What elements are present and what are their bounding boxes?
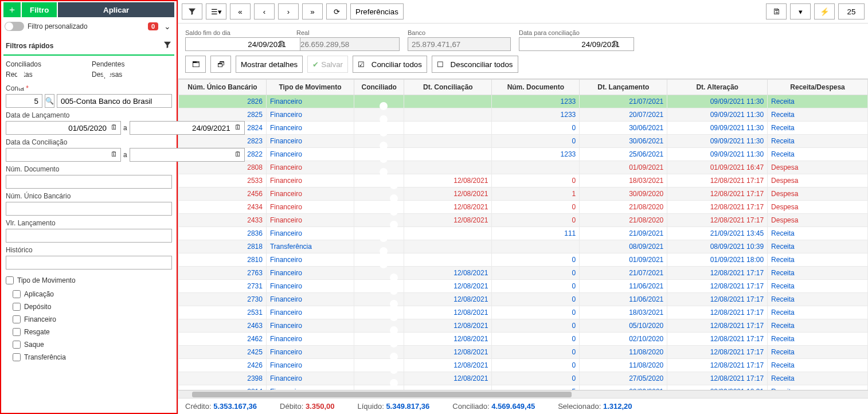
table-row[interactable]: 2456Financeiro12/08/2021130/09/202012/08… bbox=[179, 188, 868, 201]
add-button[interactable]: ＋ bbox=[3, 2, 21, 17]
hist-input[interactable] bbox=[6, 256, 172, 270]
table-row[interactable]: 2814Financeiro502/09/202102/09/2021 10:3… bbox=[179, 385, 868, 390]
table-row[interactable]: 2463Financeiro12/08/2021005/10/202012/08… bbox=[179, 319, 868, 333]
action-icon-1[interactable]: 🗔 bbox=[185, 56, 206, 73]
mov-option-label: Resgate bbox=[24, 328, 50, 336]
table-row[interactable]: 2398Financeiro12/08/2021027/05/202012/08… bbox=[179, 372, 868, 385]
mov-option-checkbox[interactable] bbox=[13, 303, 21, 311]
column-header[interactable]: Núm. Único Bancário bbox=[179, 80, 267, 95]
refresh-button[interactable]: ⟳ bbox=[326, 3, 347, 19]
action-bar: 🗔 🗗 Mostrar detalhes ✔Salvar ☑ Conciliar… bbox=[178, 56, 868, 79]
vlr-label: Vlr. Lançamento bbox=[6, 219, 172, 227]
column-header[interactable]: Núm. Documento bbox=[492, 80, 580, 95]
mov-option[interactable]: Saque bbox=[6, 338, 172, 351]
column-header[interactable]: Tipo de Movimento bbox=[266, 80, 354, 95]
dt-lanc-from-input[interactable] bbox=[6, 121, 121, 135]
totals-footer: Crédito: 5.353.167,36 Débito: 3.350,00 L… bbox=[178, 398, 868, 414]
table-row[interactable]: 2818Transferência08/09/202108/09/2021 10… bbox=[179, 240, 868, 253]
grid-wrapper[interactable]: Núm. Único BancárioTipo de MovimentoConc… bbox=[178, 79, 868, 390]
salvar-button[interactable]: ✔Salvar bbox=[307, 56, 348, 73]
mov-option-checkbox[interactable] bbox=[13, 290, 21, 298]
nav-prev-button[interactable]: ‹ bbox=[254, 3, 275, 19]
dt-para-input[interactable] bbox=[519, 37, 634, 51]
custom-filter-count: 0 bbox=[148, 22, 158, 30]
mov-option-checkbox[interactable] bbox=[13, 341, 21, 349]
aplicar-button[interactable]: Aplicar bbox=[58, 2, 174, 17]
table-row[interactable]: 2434Financeiro12/08/2021021/08/202012/08… bbox=[179, 201, 868, 214]
dt-conc-from-input[interactable] bbox=[6, 148, 121, 162]
table-row[interactable]: 2426Financeiro12/08/2021011/08/202012/08… bbox=[179, 359, 868, 372]
export-dropdown-button[interactable]: ▾ bbox=[790, 3, 811, 19]
table-row[interactable]: 2533Financeiro12/08/2021018/03/202112/08… bbox=[179, 174, 868, 188]
funnel-icon[interactable] bbox=[163, 40, 172, 51]
table-row[interactable]: 2763Financeiro12/08/2021021/07/202112/08… bbox=[179, 267, 868, 280]
mov-option-checkbox[interactable] bbox=[13, 353, 21, 361]
mov-option[interactable]: Aplicação bbox=[6, 288, 172, 300]
search-icon[interactable]: 🔍 bbox=[45, 94, 54, 108]
table-row[interactable]: 2824Financeiro030/06/202109/09/2021 11:3… bbox=[179, 122, 868, 135]
conciliado-value: 4.569.649,45 bbox=[491, 402, 535, 411]
table-row[interactable]: 2730Financeiro12/08/2021011/06/202112/08… bbox=[179, 293, 868, 306]
selecionado-label: Selecionado: bbox=[558, 402, 601, 411]
page-size-input[interactable]: 25 bbox=[838, 3, 865, 19]
list-view-button[interactable]: ☰▾ bbox=[206, 3, 226, 19]
table-row[interactable]: 2531Financeiro12/08/2021018/03/202112/08… bbox=[179, 306, 868, 319]
table-row[interactable]: 2731Financeiro12/08/2021011/06/202112/08… bbox=[179, 280, 868, 293]
export-button[interactable]: 🖺 bbox=[766, 3, 787, 19]
mov-option[interactable]: Resgate bbox=[6, 326, 172, 338]
column-header[interactable]: Dt. Lançamento bbox=[580, 80, 667, 95]
dt-conc-to-input[interactable] bbox=[130, 148, 245, 162]
column-header[interactable]: Conciliado bbox=[354, 80, 404, 95]
table-row[interactable]: 2826Financeiro123321/07/202109/09/2021 1… bbox=[179, 95, 868, 108]
conta-desc-input[interactable] bbox=[57, 94, 172, 108]
table-row[interactable]: 2810Financeiro001/09/202101/09/2021 18:0… bbox=[179, 253, 868, 267]
column-header[interactable]: Dt. Conciliação bbox=[404, 80, 492, 95]
nav-first-button[interactable]: « bbox=[230, 3, 251, 19]
mov-option[interactable]: Financeiro bbox=[6, 313, 172, 326]
mov-option-label: Saque bbox=[24, 341, 44, 349]
table-row[interactable]: 2825Financeiro123320/07/202109/09/2021 1… bbox=[179, 108, 868, 122]
horizontal-scrollbar[interactable] bbox=[178, 390, 868, 398]
mov-option[interactable]: Transferência bbox=[6, 351, 172, 364]
mov-option-checkbox[interactable] bbox=[13, 315, 21, 323]
action-icon-2[interactable]: 🗗 bbox=[210, 56, 231, 73]
credito-value: 5.353.167,36 bbox=[213, 402, 257, 411]
liquido-value: 5.349.817,36 bbox=[386, 402, 429, 411]
table-row[interactable]: 2808Financeiro01/09/202101/09/2021 16:47… bbox=[179, 161, 868, 174]
nav-last-button[interactable]: » bbox=[302, 3, 323, 19]
saldo-fim-label: Saldo fim do dia bbox=[185, 29, 288, 36]
conciliar-todos-button[interactable]: ☑ Conciliar todos bbox=[353, 56, 427, 73]
mov-option[interactable]: Depósito bbox=[6, 300, 172, 313]
mov-option-checkbox[interactable] bbox=[13, 328, 21, 336]
desconciliar-todos-button[interactable]: ☐ Desconciliar todos bbox=[432, 56, 518, 73]
table-row[interactable]: 2836Financeiro11121/09/202121/09/2021 13… bbox=[179, 227, 868, 240]
filters-button[interactable] bbox=[182, 3, 202, 19]
table-row[interactable]: 2823Financeiro030/06/202109/09/2021 11:3… bbox=[179, 135, 868, 148]
column-header[interactable]: Dt. Alteração bbox=[667, 80, 768, 95]
column-header[interactable]: Receita/Despesa bbox=[768, 80, 868, 95]
table-row[interactable]: 2425Financeiro12/08/2021011/08/202012/08… bbox=[179, 346, 868, 359]
table-row[interactable]: 2462Financeiro12/08/2021002/10/202012/08… bbox=[179, 333, 868, 346]
table-row[interactable]: 2433Financeiro12/08/2021021/08/202012/08… bbox=[179, 214, 868, 227]
vlr-input[interactable] bbox=[6, 229, 172, 243]
table-row[interactable]: 2822Financeiro123325/06/202109/09/2021 1… bbox=[179, 148, 868, 161]
conciliado-label: Conciliado: bbox=[452, 402, 489, 411]
nav-next-button[interactable]: › bbox=[278, 3, 299, 19]
prefs-button[interactable]: Preferências bbox=[350, 3, 404, 19]
custom-filter-toggle[interactable] bbox=[5, 22, 24, 31]
mov-option-label: Transferência bbox=[24, 353, 66, 361]
num-doc-input[interactable] bbox=[6, 175, 172, 189]
num-banc-input[interactable] bbox=[6, 202, 172, 216]
mov-title-checkbox[interactable] bbox=[6, 276, 14, 284]
bolt-button[interactable]: ⚡ bbox=[814, 3, 835, 19]
filtro-button[interactable]: Filtro bbox=[22, 2, 57, 17]
dt-lanc-to-input[interactable] bbox=[130, 121, 245, 135]
chevron-down-icon[interactable]: ⌄ bbox=[162, 22, 173, 31]
real-value bbox=[296, 37, 400, 51]
conta-num-input[interactable] bbox=[6, 94, 42, 108]
debito-label: Débito: bbox=[280, 402, 303, 411]
check-icon: ✔ bbox=[312, 60, 319, 69]
date-sep: a bbox=[123, 124, 127, 132]
saldo-fim-date-input[interactable] bbox=[185, 37, 300, 51]
mostrar-detalhes-button[interactable]: Mostrar detalhes bbox=[236, 56, 303, 73]
